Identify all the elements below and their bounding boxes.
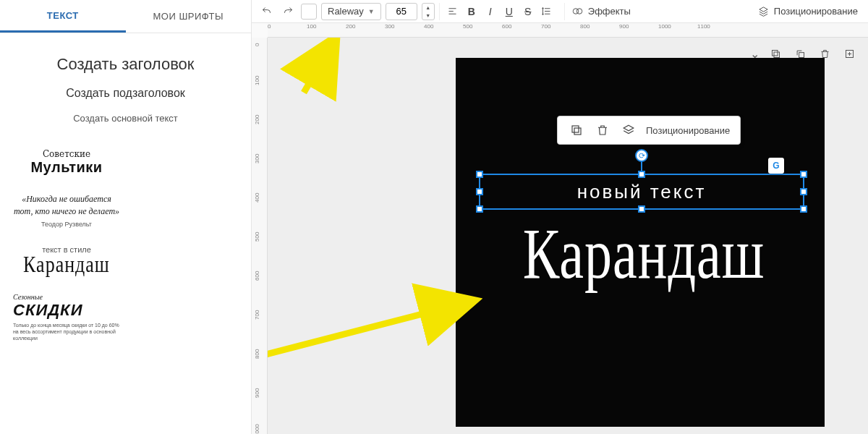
annotation-arrow xyxy=(289,38,354,103)
underline-button[interactable]: U xyxy=(501,3,518,20)
resize-handle[interactable] xyxy=(638,171,645,178)
preset-multiki[interactable]: Советские Мультики xyxy=(13,149,120,176)
svg-rect-3 xyxy=(772,50,778,56)
strike-button[interactable]: S xyxy=(519,3,537,20)
svg-rect-4 xyxy=(799,52,804,57)
preset-label: «Никогда не ошибается тот, кто ничего не… xyxy=(13,193,120,218)
preset-label: Карандаш xyxy=(23,252,110,278)
text-color-swatch[interactable] xyxy=(301,4,317,20)
preset-label: СКИДКИ xyxy=(13,301,82,320)
font-family-select[interactable]: Raleway ▼ xyxy=(321,3,381,20)
svg-rect-2 xyxy=(774,52,780,58)
workspace: 01002003004005006007008009001000 ⌄ xyxy=(252,38,868,434)
selected-text-element[interactable]: G новый текст xyxy=(479,174,804,210)
ruler-vertical: 01002003004005006007008009001000 xyxy=(252,38,268,434)
add-button[interactable] xyxy=(841,45,858,62)
create-body-text[interactable]: Создать основной текст xyxy=(73,113,178,124)
sidebar-tabs: ТЕКСТ МОИ ШРИФТЫ xyxy=(0,0,251,33)
preset-label: Теодор Рузвельт xyxy=(41,221,92,228)
preset-sale[interactable]: Сезонные СКИДКИ Только до конца месяца с… xyxy=(13,293,120,341)
font-size-input[interactable] xyxy=(386,3,417,20)
preset-label: Сезонные xyxy=(13,293,43,301)
resize-handle[interactable] xyxy=(476,171,483,178)
font-size-stepper[interactable]: ▲▼ xyxy=(422,3,435,20)
tab-my-fonts[interactable]: МОИ ШРИФТЫ xyxy=(126,0,252,33)
selected-text-content[interactable]: новый текст xyxy=(480,175,803,208)
svg-rect-7 xyxy=(572,126,579,132)
align-button[interactable] xyxy=(444,3,461,20)
resize-handle[interactable] xyxy=(476,205,483,213)
italic-button[interactable]: I xyxy=(482,3,499,20)
top-toolbar: Raleway ▼ ▲▼ B I U S Эффекты Позициониро… xyxy=(252,0,868,23)
selection-context-toolbar: Позиционирование xyxy=(557,116,741,145)
positioning-button[interactable]: Позиционирование xyxy=(774,6,858,17)
layers-icon xyxy=(620,122,637,139)
font-name: Raleway xyxy=(328,6,364,17)
preset-label: Только до конца месяца скидки от 10 до 6… xyxy=(13,322,120,341)
resize-handle[interactable] xyxy=(638,205,645,213)
create-heading[interactable]: Создать заголовок xyxy=(57,55,195,74)
delete-button[interactable] xyxy=(594,122,611,139)
redo-button[interactable] xyxy=(279,3,297,20)
preset-pencil[interactable]: текст в стиле Карандаш xyxy=(13,245,120,276)
rotate-handle[interactable] xyxy=(635,149,648,162)
resize-handle[interactable] xyxy=(476,188,483,195)
svg-point-1 xyxy=(577,9,583,14)
sidebar: ТЕКСТ МОИ ШРИФТЫ Создать заголовок Созда… xyxy=(0,0,252,434)
text-presets: Советские Мультики «Никогда не ошибается… xyxy=(0,124,251,367)
editor-main: Raleway ▼ ▲▼ B I U S Эффекты Позициониро… xyxy=(252,0,868,434)
undo-button[interactable] xyxy=(258,3,275,20)
translate-icon[interactable]: G xyxy=(768,158,784,174)
layers-icon xyxy=(755,3,773,20)
resize-handle[interactable] xyxy=(800,205,807,213)
preset-label: Советские xyxy=(43,149,90,159)
svg-rect-6 xyxy=(574,128,581,135)
ruler-horizontal: 010020030040050060070080090010001100 xyxy=(268,23,868,38)
line-height-button[interactable] xyxy=(538,3,556,20)
bold-button[interactable]: B xyxy=(463,3,480,20)
context-positioning-button[interactable]: Позиционирование xyxy=(646,125,730,136)
step-down-icon: ▼ xyxy=(422,12,434,20)
annotation-arrow xyxy=(268,291,485,402)
canvas-area[interactable]: ⌄ Позиционирование xyxy=(268,38,868,434)
preset-quote[interactable]: «Никогда не ошибается тот, кто ничего не… xyxy=(13,193,120,228)
resize-handle[interactable] xyxy=(800,188,807,195)
create-text-options: Создать заголовок Создать подзаголовок С… xyxy=(0,33,251,124)
effects-button[interactable]: Эффекты xyxy=(588,6,631,17)
preset-label: Мультики xyxy=(30,159,102,176)
resize-handle[interactable] xyxy=(800,171,807,178)
tab-text[interactable]: ТЕКСТ xyxy=(0,0,126,33)
create-subheading[interactable]: Создать подзаголовок xyxy=(66,87,185,100)
chevron-down-icon: ▼ xyxy=(368,8,375,15)
effects-icon[interactable] xyxy=(569,3,587,20)
canvas-text-pencil[interactable]: Карандаш xyxy=(467,213,821,294)
step-up-icon: ▲ xyxy=(422,4,434,12)
copy-button[interactable] xyxy=(568,122,585,139)
